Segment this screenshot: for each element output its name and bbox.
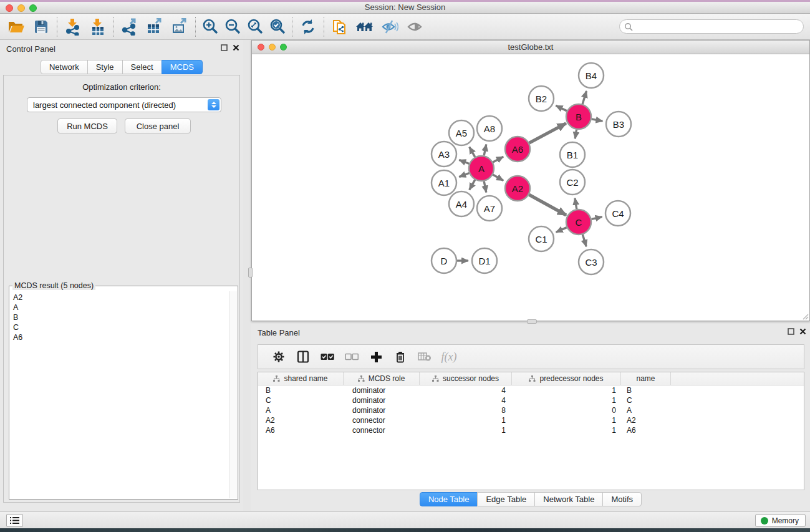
show-all-button[interactable] xyxy=(402,16,427,37)
table-row[interactable]: A6connector11A6 xyxy=(258,425,804,435)
zoom-in-button[interactable] xyxy=(199,16,221,37)
tab-select[interactable]: Select xyxy=(122,60,162,74)
save-session-button[interactable] xyxy=(29,16,54,37)
node-B[interactable]: B xyxy=(566,104,591,129)
node-B2[interactable]: B2 xyxy=(529,86,554,111)
select-all-rows-button[interactable] xyxy=(318,347,337,366)
run-mcds-button[interactable]: Run MCDS xyxy=(57,118,117,133)
delete-table-button[interactable] xyxy=(415,347,434,366)
node-A[interactable]: A xyxy=(469,156,494,181)
delete-column-button[interactable] xyxy=(391,347,410,366)
zoom-fit-button[interactable] xyxy=(244,16,266,37)
hide-selected-button[interactable] xyxy=(377,16,402,37)
edge-A-A2[interactable] xyxy=(493,175,503,180)
column-header-mcds-role[interactable]: MCDS role xyxy=(344,372,420,385)
export-network-button[interactable] xyxy=(117,16,142,37)
edge-B-B1[interactable] xyxy=(575,130,576,139)
search-input[interactable] xyxy=(635,21,803,32)
close-window-button[interactable] xyxy=(6,4,13,12)
edge-A-A3[interactable] xyxy=(459,160,469,163)
tab-edge-table[interactable]: Edge Table xyxy=(477,492,535,506)
tab-node-table[interactable]: Node Table xyxy=(420,492,478,506)
edge-B-B3[interactable] xyxy=(592,119,603,121)
node-D1[interactable]: D1 xyxy=(472,248,497,273)
node-A3[interactable]: A3 xyxy=(432,142,456,167)
column-header-shared-name[interactable]: shared name xyxy=(258,372,344,385)
node-C4[interactable]: C4 xyxy=(605,201,630,226)
node-A1[interactable]: A1 xyxy=(432,170,456,195)
minimize-network-button[interactable] xyxy=(269,44,276,51)
node-C1[interactable]: C1 xyxy=(529,226,554,251)
node-C[interactable]: C xyxy=(566,210,591,235)
node-A2[interactable]: A2 xyxy=(505,176,530,201)
zoom-network-button[interactable] xyxy=(280,44,287,51)
edge-A-A8[interactable] xyxy=(484,145,486,156)
node-A5[interactable]: A5 xyxy=(449,120,474,145)
edge-C-C1[interactable] xyxy=(556,228,567,233)
import-table-button[interactable] xyxy=(85,16,110,37)
create-column-button[interactable] xyxy=(367,347,385,366)
tab-network[interactable]: Network xyxy=(41,60,88,74)
edge-C-C4[interactable] xyxy=(592,217,602,220)
column-header-predecessor-nodes[interactable]: predecessor nodes xyxy=(512,372,621,385)
table-settings-button[interactable] xyxy=(269,347,288,366)
close-panel-icon[interactable] xyxy=(233,44,239,51)
edge-A-A1[interactable] xyxy=(459,173,469,177)
tab-network-table[interactable]: Network Table xyxy=(534,492,603,506)
node-A8[interactable]: A8 xyxy=(477,116,502,141)
node-C3[interactable]: C3 xyxy=(579,249,604,274)
edge-B-B4[interactable] xyxy=(582,91,586,104)
table-row[interactable]: Cdominator41C xyxy=(258,395,804,405)
edge-A-A5[interactable] xyxy=(470,147,475,157)
apply-function-button[interactable]: f(x) xyxy=(440,347,458,366)
mcds-result-item[interactable]: A2 xyxy=(10,293,229,302)
close-panel-icon[interactable] xyxy=(799,328,806,335)
edge-B-B2[interactable] xyxy=(556,105,567,111)
close-network-button[interactable] xyxy=(258,44,264,51)
column-header-name[interactable]: name xyxy=(621,372,671,385)
table-row[interactable]: Bdominator41B xyxy=(258,385,804,395)
home-button[interactable] xyxy=(352,16,377,37)
node-B3[interactable]: B3 xyxy=(606,112,631,137)
export-table-button[interactable] xyxy=(142,16,167,37)
tab-style[interactable]: Style xyxy=(87,60,123,74)
deselect-all-rows-button[interactable] xyxy=(342,347,361,366)
zoom-out-button[interactable] xyxy=(221,16,244,37)
table-row[interactable]: A2connector11A2 xyxy=(258,415,804,425)
table-row[interactable]: Adominator80A xyxy=(258,405,804,415)
tab-mcds[interactable]: MCDS xyxy=(162,60,203,74)
edge-C-C2[interactable] xyxy=(575,198,577,210)
column-header-successor-nodes[interactable]: successor nodes xyxy=(420,372,512,385)
node-C2[interactable]: C2 xyxy=(560,170,585,195)
mcds-result-item[interactable]: A xyxy=(10,302,229,312)
float-panel-icon[interactable] xyxy=(788,328,794,335)
left-splitter-handle[interactable] xyxy=(248,268,253,278)
edge-A6-B[interactable] xyxy=(529,123,566,143)
open-file-button[interactable] xyxy=(4,16,29,37)
node-A7[interactable]: A7 xyxy=(477,196,502,221)
show-column-panel-button[interactable] xyxy=(294,347,312,366)
optimization-criterion-select[interactable]: largest connected component (directed) xyxy=(27,97,221,112)
close-panel-button[interactable]: Close panel xyxy=(125,118,191,133)
mcds-list-scrollbar[interactable] xyxy=(229,291,237,498)
node-D[interactable]: D xyxy=(432,248,456,273)
edge-A-A7[interactable] xyxy=(484,181,486,193)
task-history-button[interactable] xyxy=(6,514,23,527)
node-B4[interactable]: B4 xyxy=(579,63,604,88)
search-field[interactable] xyxy=(619,19,804,34)
memory-button[interactable]: Memory xyxy=(755,514,806,527)
edge-C-C3[interactable] xyxy=(582,235,586,246)
tab-motifs[interactable]: Motifs xyxy=(602,492,642,506)
mcds-result-item[interactable]: A6 xyxy=(10,332,229,342)
bottom-splitter-handle[interactable] xyxy=(527,319,537,324)
network-window-titlebar[interactable]: testGlobe.txt xyxy=(252,41,809,54)
minimize-window-button[interactable] xyxy=(17,4,25,12)
zoom-window-button[interactable] xyxy=(29,4,37,12)
float-panel-icon[interactable] xyxy=(221,44,228,51)
node-B1[interactable]: B1 xyxy=(560,142,585,167)
node-A4[interactable]: A4 xyxy=(449,191,474,216)
node-A6[interactable]: A6 xyxy=(505,137,530,162)
mcds-result-item[interactable]: C xyxy=(10,322,229,332)
edge-A2-C[interactable] xyxy=(529,195,566,215)
mcds-result-item[interactable]: B xyxy=(10,312,229,322)
